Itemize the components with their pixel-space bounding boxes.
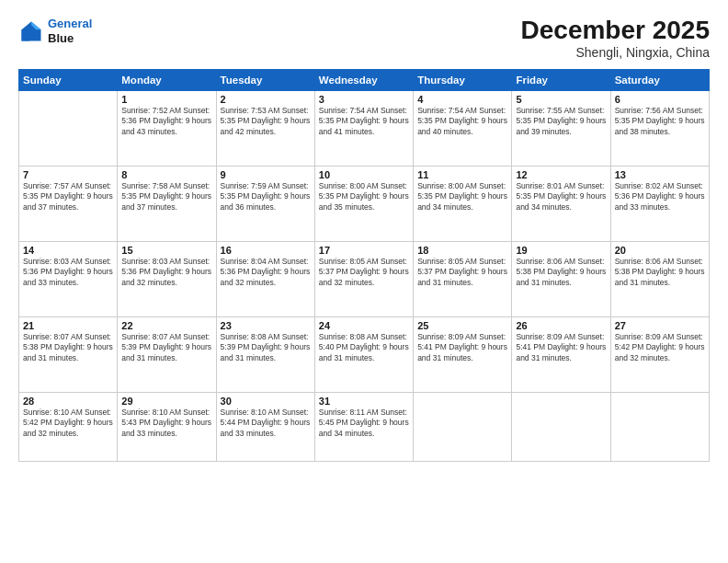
day-info: Sunrise: 8:10 AM Sunset: 5:44 PM Dayligh…	[221, 408, 311, 439]
day-cell: 6Sunrise: 7:56 AM Sunset: 5:35 PM Daylig…	[610, 90, 709, 166]
day-number: 2	[221, 94, 311, 105]
header: General Blue December 2025 Shengli, Ning…	[18, 17, 710, 60]
day-number: 5	[516, 94, 606, 105]
day-cell: 23Sunrise: 8:08 AM Sunset: 5:39 PM Dayli…	[216, 316, 314, 392]
day-cell: 17Sunrise: 8:05 AM Sunset: 5:37 PM Dayli…	[314, 241, 413, 316]
page: General Blue December 2025 Shengli, Ning…	[0, 0, 728, 563]
day-cell	[414, 392, 512, 461]
weekday-header-row: SundayMondayTuesdayWednesdayThursdayFrid…	[19, 69, 710, 90]
week-row-1: 1Sunrise: 7:52 AM Sunset: 5:36 PM Daylig…	[19, 90, 710, 166]
day-number: 25	[417, 320, 507, 331]
day-info: Sunrise: 8:09 AM Sunset: 5:41 PM Dayligh…	[417, 332, 507, 363]
day-cell: 8Sunrise: 7:58 AM Sunset: 5:35 PM Daylig…	[118, 166, 216, 241]
day-info: Sunrise: 8:09 AM Sunset: 5:42 PM Dayligh…	[615, 332, 705, 363]
day-cell: 24Sunrise: 8:08 AM Sunset: 5:40 PM Dayli…	[314, 316, 413, 392]
day-info: Sunrise: 8:09 AM Sunset: 5:41 PM Dayligh…	[516, 332, 606, 363]
svg-rect-2	[22, 29, 30, 40]
weekday-header-sunday: Sunday	[19, 69, 118, 90]
day-number: 19	[516, 245, 606, 256]
day-info: Sunrise: 8:08 AM Sunset: 5:40 PM Dayligh…	[319, 332, 409, 363]
week-row-2: 7Sunrise: 7:57 AM Sunset: 5:35 PM Daylig…	[19, 166, 710, 241]
day-info: Sunrise: 8:02 AM Sunset: 5:36 PM Dayligh…	[615, 181, 705, 213]
logo: General Blue	[18, 17, 92, 45]
day-cell: 14Sunrise: 8:03 AM Sunset: 5:36 PM Dayli…	[19, 241, 118, 316]
day-number: 13	[615, 169, 705, 180]
day-info: Sunrise: 8:11 AM Sunset: 5:45 PM Dayligh…	[319, 408, 409, 439]
day-info: Sunrise: 7:56 AM Sunset: 5:35 PM Dayligh…	[615, 106, 705, 137]
day-number: 11	[417, 169, 507, 180]
day-info: Sunrise: 8:07 AM Sunset: 5:39 PM Dayligh…	[121, 332, 211, 363]
day-cell: 9Sunrise: 7:59 AM Sunset: 5:35 PM Daylig…	[216, 166, 314, 241]
day-info: Sunrise: 8:05 AM Sunset: 5:37 PM Dayligh…	[417, 257, 507, 288]
day-cell: 29Sunrise: 8:10 AM Sunset: 5:43 PM Dayli…	[118, 392, 216, 461]
day-number: 21	[23, 320, 113, 331]
day-number: 22	[121, 320, 211, 331]
week-row-4: 21Sunrise: 8:07 AM Sunset: 5:38 PM Dayli…	[19, 316, 710, 392]
day-cell: 21Sunrise: 8:07 AM Sunset: 5:38 PM Dayli…	[19, 316, 118, 392]
day-number: 10	[319, 169, 409, 180]
day-number: 29	[121, 396, 211, 407]
weekday-header-friday: Friday	[512, 69, 610, 90]
day-number: 1	[121, 94, 211, 105]
day-number: 8	[121, 169, 211, 180]
day-cell: 5Sunrise: 7:55 AM Sunset: 5:35 PM Daylig…	[512, 90, 610, 166]
day-number: 15	[121, 245, 211, 256]
day-info: Sunrise: 8:10 AM Sunset: 5:42 PM Dayligh…	[23, 408, 113, 439]
day-number: 7	[23, 169, 113, 180]
day-cell: 3Sunrise: 7:54 AM Sunset: 5:35 PM Daylig…	[314, 90, 413, 166]
day-cell: 28Sunrise: 8:10 AM Sunset: 5:42 PM Dayli…	[19, 392, 118, 461]
day-info: Sunrise: 8:08 AM Sunset: 5:39 PM Dayligh…	[221, 332, 311, 363]
day-info: Sunrise: 7:54 AM Sunset: 5:35 PM Dayligh…	[319, 106, 409, 137]
day-info: Sunrise: 8:00 AM Sunset: 5:35 PM Dayligh…	[417, 181, 507, 213]
location: Shengli, Ningxia, China	[521, 45, 710, 60]
day-info: Sunrise: 8:07 AM Sunset: 5:38 PM Dayligh…	[23, 332, 113, 363]
day-cell: 11Sunrise: 8:00 AM Sunset: 5:35 PM Dayli…	[414, 166, 512, 241]
weekday-header-monday: Monday	[118, 69, 216, 90]
day-info: Sunrise: 7:53 AM Sunset: 5:35 PM Dayligh…	[221, 106, 311, 137]
logo-text: General Blue	[48, 17, 92, 45]
logo-icon	[18, 18, 44, 44]
day-cell: 20Sunrise: 8:06 AM Sunset: 5:38 PM Dayli…	[610, 241, 709, 316]
day-info: Sunrise: 8:05 AM Sunset: 5:37 PM Dayligh…	[319, 257, 409, 288]
day-cell: 22Sunrise: 8:07 AM Sunset: 5:39 PM Dayli…	[118, 316, 216, 392]
day-number: 18	[417, 245, 507, 256]
day-cell: 18Sunrise: 8:05 AM Sunset: 5:37 PM Dayli…	[414, 241, 512, 316]
day-cell: 26Sunrise: 8:09 AM Sunset: 5:41 PM Dayli…	[512, 316, 610, 392]
day-info: Sunrise: 8:06 AM Sunset: 5:38 PM Dayligh…	[615, 257, 705, 288]
day-cell: 4Sunrise: 7:54 AM Sunset: 5:35 PM Daylig…	[414, 90, 512, 166]
day-info: Sunrise: 8:10 AM Sunset: 5:43 PM Dayligh…	[121, 408, 211, 439]
day-number: 26	[516, 320, 606, 331]
day-cell: 31Sunrise: 8:11 AM Sunset: 5:45 PM Dayli…	[314, 392, 413, 461]
day-number: 12	[516, 169, 606, 180]
title-block: December 2025 Shengli, Ningxia, China	[521, 17, 710, 60]
day-number: 28	[23, 396, 113, 407]
day-cell: 7Sunrise: 7:57 AM Sunset: 5:35 PM Daylig…	[19, 166, 118, 241]
day-cell: 15Sunrise: 8:03 AM Sunset: 5:36 PM Dayli…	[118, 241, 216, 316]
day-number: 9	[221, 169, 311, 180]
day-number: 17	[319, 245, 409, 256]
day-cell: 19Sunrise: 8:06 AM Sunset: 5:38 PM Dayli…	[512, 241, 610, 316]
day-info: Sunrise: 8:06 AM Sunset: 5:38 PM Dayligh…	[516, 257, 606, 288]
day-cell	[610, 392, 709, 461]
day-number: 16	[221, 245, 311, 256]
day-cell: 1Sunrise: 7:52 AM Sunset: 5:36 PM Daylig…	[118, 90, 216, 166]
day-cell: 2Sunrise: 7:53 AM Sunset: 5:35 PM Daylig…	[216, 90, 314, 166]
day-number: 6	[615, 94, 705, 105]
day-number: 24	[319, 320, 409, 331]
weekday-header-thursday: Thursday	[414, 69, 512, 90]
day-info: Sunrise: 7:59 AM Sunset: 5:35 PM Dayligh…	[221, 181, 311, 213]
calendar-table: SundayMondayTuesdayWednesdayThursdayFrid…	[18, 69, 710, 462]
day-cell: 25Sunrise: 8:09 AM Sunset: 5:41 PM Dayli…	[414, 316, 512, 392]
day-info: Sunrise: 7:52 AM Sunset: 5:36 PM Dayligh…	[121, 106, 211, 137]
week-row-3: 14Sunrise: 8:03 AM Sunset: 5:36 PM Dayli…	[19, 241, 710, 316]
day-cell: 27Sunrise: 8:09 AM Sunset: 5:42 PM Dayli…	[610, 316, 709, 392]
day-number: 3	[319, 94, 409, 105]
weekday-header-saturday: Saturday	[610, 69, 709, 90]
day-cell: 10Sunrise: 8:00 AM Sunset: 5:35 PM Dayli…	[314, 166, 413, 241]
weekday-header-tuesday: Tuesday	[216, 69, 314, 90]
day-cell	[512, 392, 610, 461]
day-info: Sunrise: 7:57 AM Sunset: 5:35 PM Dayligh…	[23, 181, 113, 213]
day-cell: 16Sunrise: 8:04 AM Sunset: 5:36 PM Dayli…	[216, 241, 314, 316]
month-title: December 2025	[521, 17, 710, 45]
day-number: 30	[221, 396, 311, 407]
